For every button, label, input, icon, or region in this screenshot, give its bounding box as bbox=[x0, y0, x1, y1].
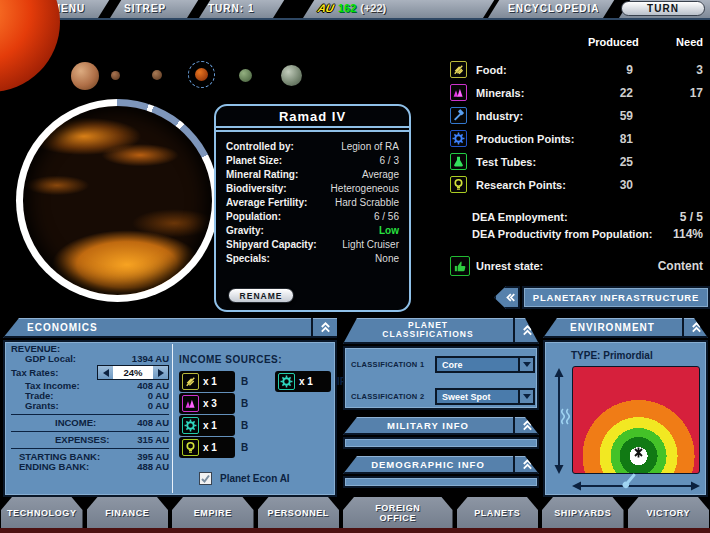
environment-type-value: Primordial bbox=[603, 350, 652, 361]
income-source-item: x 3 B bbox=[179, 393, 248, 414]
tax-rate-increase-button[interactable] bbox=[153, 366, 168, 379]
tab-personnel[interactable]: PERSONNEL bbox=[258, 497, 340, 528]
tax-rate-spinner[interactable]: 24% bbox=[97, 365, 169, 380]
collapse-chevron-icon[interactable] bbox=[513, 318, 539, 342]
treasury-amount: 162 bbox=[338, 2, 356, 14]
planet-stat-row: Population:6 / 56 bbox=[226, 210, 399, 224]
income-source-item: x 1 B bbox=[179, 437, 248, 458]
grants-value: 0 AU bbox=[148, 401, 169, 411]
planet-econ-ai-checkbox[interactable] bbox=[199, 472, 212, 485]
food-icon bbox=[182, 373, 199, 390]
expenses-value: 315 AU bbox=[137, 435, 169, 445]
rename-button[interactable]: RENAME bbox=[228, 288, 294, 303]
planet-stat-row: Biodiversity:Heterogeneous bbox=[226, 182, 399, 196]
income-sources-title: INCOME SOURCES: bbox=[179, 354, 282, 365]
tab-victory[interactable]: VICTORY bbox=[628, 497, 710, 528]
income-source-item: x 1 B bbox=[179, 415, 248, 436]
environment-chart[interactable] bbox=[572, 366, 700, 474]
planet-5[interactable] bbox=[239, 69, 252, 82]
planet-4-selected[interactable] bbox=[188, 61, 215, 88]
income-value: 408 AU bbox=[137, 418, 169, 428]
research-points-icon bbox=[450, 176, 467, 193]
collapse-chevron-icon[interactable] bbox=[311, 318, 337, 336]
planet-1[interactable] bbox=[71, 62, 99, 90]
dea-employment-row: DEA Employment: 5 / 5 bbox=[450, 208, 703, 225]
planet-name-title: Ramad IV bbox=[216, 106, 409, 128]
income-source-ip-item: x 1 IP bbox=[275, 371, 346, 392]
chevron-down-icon[interactable] bbox=[518, 358, 533, 371]
environment-panel-body: TYPE: Primordial bbox=[543, 340, 708, 497]
classification-1-dropdown[interactable]: Core bbox=[435, 356, 535, 373]
demographic-title: DEMOGRAPHIC INFO bbox=[343, 459, 513, 470]
table-row: Food: 9 3 bbox=[450, 58, 703, 81]
production-icon bbox=[278, 373, 295, 390]
table-row: Minerals: 22 17 bbox=[450, 81, 703, 104]
table-row: Test Tubes: 25 bbox=[450, 150, 703, 173]
au-currency-icon: AU bbox=[317, 2, 335, 14]
tab-empire[interactable]: EMPIRE bbox=[172, 497, 254, 528]
planet-stat-row: Controlled by:Legion of RA bbox=[226, 140, 399, 154]
collapse-chevron-icon[interactable] bbox=[513, 456, 539, 472]
planet-3[interactable] bbox=[152, 70, 162, 80]
bottom-tab-bar: TECHNOLOGY FINANCE EMPIRE PERSONNEL FORE… bbox=[0, 497, 710, 528]
end-turn-button[interactable]: TURN bbox=[621, 1, 705, 16]
classifications-title: PLANET CLASSIFICATIONS bbox=[343, 321, 513, 339]
demographic-panel-header[interactable]: DEMOGRAPHIC INFO bbox=[343, 456, 539, 474]
planet-4[interactable] bbox=[195, 68, 208, 81]
need-column-header: Need bbox=[633, 36, 703, 52]
economics-panel-body: REVENUE: GDP Local:1394 AU Tax Rates: 24… bbox=[3, 340, 337, 497]
tab-planets[interactable]: PLANETS bbox=[457, 497, 539, 528]
divider bbox=[11, 414, 169, 415]
system-star bbox=[0, 0, 60, 92]
planet-position-marker bbox=[633, 447, 644, 458]
table-row: Research Points: 30 bbox=[450, 173, 703, 196]
military-panel-header[interactable]: MILITARY INFO bbox=[343, 417, 539, 435]
collapse-chevron-icon[interactable] bbox=[513, 417, 539, 433]
encyclopedia-button[interactable]: ENCYCLOPEDIA bbox=[508, 3, 599, 14]
tax-rate-decrease-button[interactable] bbox=[98, 366, 113, 379]
planet-surface-view[interactable] bbox=[23, 106, 212, 295]
tab-finance[interactable]: FINANCE bbox=[87, 497, 169, 528]
tab-foreign-office[interactable]: FOREIGN OFFICE bbox=[343, 497, 453, 528]
tab-shipyards[interactable]: SHIPYARDS bbox=[542, 497, 624, 528]
classification-2-dropdown[interactable]: Sweet Spot bbox=[435, 388, 535, 405]
planetary-infrastructure-button[interactable]: PLANETARY INFRASTRUCTURE bbox=[494, 286, 710, 309]
planet-stat-row: Mineral Rating:Average bbox=[226, 168, 399, 182]
income-source-item: x 1 B bbox=[179, 371, 248, 392]
top-menu-bar: GAME MENU SITREP TURN: 1 AU 162 (+22) EN… bbox=[0, 0, 710, 18]
production-table: Produced Need Food: 9 3 Minerals: 22 17 … bbox=[450, 36, 703, 276]
environment-panel-header: ENVIRONMENT bbox=[543, 318, 708, 338]
planet-stat-row: Specials:None bbox=[226, 252, 399, 266]
classifications-panel-header: PLANET CLASSIFICATIONS bbox=[343, 318, 539, 344]
divider bbox=[11, 431, 169, 432]
revenue-section: REVENUE: GDP Local:1394 AU Tax Rates: 24… bbox=[9, 344, 171, 472]
classification-row: CLASSIFICATION 2 Sweet Spot bbox=[351, 388, 535, 405]
divider bbox=[0, 18, 710, 20]
divider bbox=[481, 0, 501, 18]
minerals-icon bbox=[450, 84, 467, 101]
planet-econ-ai-toggle: Planet Econ AI bbox=[199, 472, 290, 485]
bottom-border bbox=[0, 528, 710, 533]
classification-row: CLASSIFICATION 1 Core bbox=[351, 356, 535, 373]
military-title: MILITARY INFO bbox=[343, 420, 513, 431]
production-icon bbox=[182, 417, 199, 434]
chevron-left-icon bbox=[494, 286, 520, 309]
income-sources-section: INCOME SOURCES: x 1 B x 3 B x 1 B bbox=[172, 344, 333, 493]
planet-2[interactable] bbox=[111, 71, 120, 80]
tab-technology[interactable]: TECHNOLOGY bbox=[1, 497, 83, 528]
military-panel-body bbox=[343, 437, 539, 449]
collapse-chevron-icon[interactable] bbox=[682, 318, 708, 336]
thumbs-up-icon bbox=[450, 256, 470, 276]
chevron-down-icon[interactable] bbox=[518, 390, 533, 403]
economics-panel-header: ECONOMICS bbox=[3, 318, 337, 338]
environment-title: ENVIRONMENT bbox=[543, 322, 682, 333]
planet-6[interactable] bbox=[281, 65, 302, 86]
divider bbox=[96, 0, 123, 18]
sitrep-button[interactable]: SITREP bbox=[124, 3, 166, 14]
classifications-panel-body: CLASSIFICATION 1 Core CLASSIFICATION 2 S… bbox=[343, 346, 539, 410]
planet-stat-row: Shipyard Capacity:Light Cruiser bbox=[226, 238, 399, 252]
environment-type: TYPE: Primordial bbox=[571, 350, 653, 361]
treasury-display: AU 162 (+22) bbox=[318, 2, 386, 14]
humidity-icon bbox=[559, 408, 573, 426]
produced-column-header: Produced bbox=[588, 36, 633, 52]
